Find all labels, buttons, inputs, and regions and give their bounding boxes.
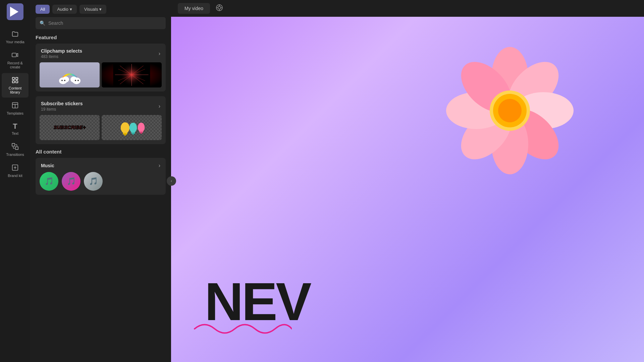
sidebar-item-transitions[interactable]: Transitions bbox=[2, 139, 29, 160]
sidebar-item-label: Contentlibrary bbox=[9, 86, 22, 94]
svg-point-45 bbox=[140, 132, 142, 134]
subscribe-stickers-thumbnails: SUBSCRIBE+ bbox=[36, 115, 166, 144]
music-icon-3[interactable]: 🎵 bbox=[84, 172, 103, 191]
svg-rect-6 bbox=[16, 81, 18, 83]
svg-text:SUBSCRIBE+: SUBSCRIBE+ bbox=[54, 125, 86, 130]
chevron-down-icon: ▾ bbox=[70, 7, 72, 12]
svg-rect-5 bbox=[12, 81, 14, 83]
svg-point-17 bbox=[61, 80, 63, 81]
filter-all-button[interactable]: All bbox=[36, 5, 50, 14]
subscribe-stickers-header[interactable]: Subscribe stickers 19 items › bbox=[36, 96, 166, 115]
thumbnail-subscribe-text: SUBSCRIBE+ bbox=[40, 115, 100, 140]
featured-section-label: Featured bbox=[36, 35, 166, 40]
chevron-right-icon: › bbox=[159, 163, 160, 169]
clipchamp-selects-header[interactable]: Clipchamp selects 483 items › bbox=[36, 44, 166, 62]
sidebar-item-label: Brand kit bbox=[8, 174, 22, 178]
sidebar-item-record-create[interactable]: Record &create bbox=[2, 48, 29, 72]
templates-icon bbox=[11, 102, 19, 110]
clipchamp-selects-thumbnails bbox=[36, 62, 166, 92]
sidebar: Your media Record &create Contentlibrary bbox=[0, 0, 30, 362]
svg-point-43 bbox=[132, 133, 134, 135]
video-icon bbox=[11, 51, 19, 60]
clipchamp-selects-title: Clipchamp selects bbox=[41, 48, 82, 54]
svg-rect-10 bbox=[12, 143, 15, 146]
sidebar-item-templates[interactable]: Templates bbox=[2, 98, 29, 119]
svg-rect-4 bbox=[16, 77, 18, 79]
music-icon-2[interactable]: 🎵 bbox=[62, 172, 80, 191]
squiggle-decoration bbox=[191, 319, 292, 342]
thumbnail-sparkle bbox=[102, 62, 162, 87]
chevron-down-icon: ▾ bbox=[99, 7, 102, 12]
content-library-icon bbox=[11, 76, 19, 85]
search-bar: 🔍 bbox=[36, 17, 166, 29]
chevron-right-icon: › bbox=[159, 51, 160, 57]
search-input[interactable] bbox=[36, 17, 166, 29]
thumbnail-bells bbox=[102, 115, 162, 140]
sidebar-item-content-library[interactable]: Contentlibrary bbox=[2, 73, 29, 98]
thumbnail-rainbow bbox=[40, 62, 100, 87]
music-circles: 🎵 🎵 🎵 bbox=[36, 172, 166, 195]
svg-point-20 bbox=[77, 80, 79, 81]
sidebar-item-brand-kit[interactable]: Brand kit bbox=[2, 161, 29, 181]
subscribe-stickers-title: Subscribe stickers bbox=[41, 101, 83, 106]
chevron-right-icon: › bbox=[159, 103, 160, 109]
panel-scroll-area[interactable]: Featured Clipchamp selects 483 items › bbox=[30, 33, 171, 362]
svg-point-47 bbox=[218, 6, 221, 9]
text-icon: T bbox=[13, 123, 17, 130]
svg-rect-11 bbox=[15, 147, 18, 149]
svg-rect-3 bbox=[12, 77, 14, 79]
content-panel: All Audio ▾ Visuals ▾ 🔍 Featured Clipcha… bbox=[30, 0, 171, 362]
sidebar-item-label: Your media bbox=[6, 40, 24, 44]
sidebar-item-your-media[interactable]: Your media bbox=[2, 27, 29, 47]
video-title-button[interactable]: My video bbox=[178, 3, 210, 14]
subscribe-stickers-count: 19 items bbox=[41, 107, 83, 112]
clipchamp-selects-card: Clipchamp selects 483 items › bbox=[36, 44, 166, 92]
filter-visuals-button[interactable]: Visuals ▾ bbox=[79, 5, 107, 14]
music-card-title: Music bbox=[41, 163, 54, 168]
svg-point-62 bbox=[498, 99, 522, 122]
subscribe-stickers-card: Subscribe stickers 19 items › bbox=[36, 96, 166, 144]
svg-rect-2 bbox=[12, 53, 16, 57]
filter-bar: All Audio ▾ Visuals ▾ bbox=[30, 0, 171, 17]
preview-settings-button[interactable] bbox=[215, 4, 223, 13]
collapse-panel-button[interactable]: ‹ bbox=[167, 176, 176, 186]
music-card: Music › 🎵 🎵 🎵 bbox=[36, 158, 166, 195]
preview-area: My video bbox=[171, 0, 644, 362]
sidebar-item-text[interactable]: T Text bbox=[2, 119, 29, 139]
sidebar-item-label: Record &create bbox=[7, 61, 23, 69]
flower-decoration bbox=[443, 44, 577, 178]
svg-point-41 bbox=[124, 134, 126, 136]
svg-point-18 bbox=[64, 80, 65, 81]
app-logo[interactable] bbox=[7, 3, 23, 20]
clipchamp-selects-count: 483 items bbox=[41, 54, 82, 59]
sidebar-item-label: Text bbox=[12, 131, 18, 135]
svg-point-19 bbox=[75, 80, 76, 81]
preview-canvas: NEV bbox=[171, 17, 644, 362]
sidebar-item-label: Transitions bbox=[6, 153, 24, 157]
music-card-header[interactable]: Music › bbox=[36, 158, 166, 172]
preview-header: My video bbox=[171, 0, 644, 17]
brand-kit-icon bbox=[11, 164, 19, 172]
all-content-label: All content bbox=[36, 149, 166, 155]
transitions-icon bbox=[11, 143, 19, 151]
search-icon: 🔍 bbox=[40, 20, 45, 26]
svg-point-16 bbox=[70, 76, 77, 82]
svg-point-14 bbox=[62, 76, 69, 82]
filter-audio-button[interactable]: Audio ▾ bbox=[52, 5, 76, 14]
folder-icon bbox=[11, 30, 19, 39]
music-icon-1[interactable]: 🎵 bbox=[40, 172, 58, 191]
sidebar-item-label: Templates bbox=[7, 111, 23, 115]
